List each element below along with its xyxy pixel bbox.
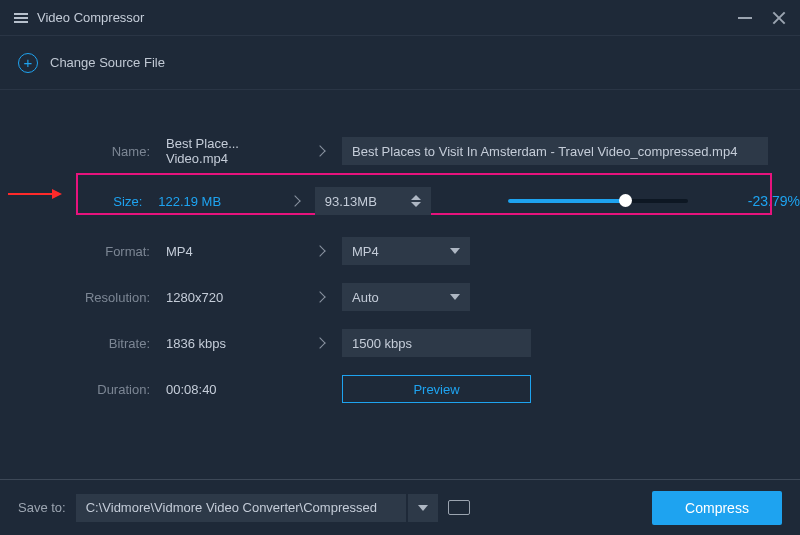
save-path-field[interactable]: C:\Vidmore\Vidmore Video Converter\Compr… xyxy=(76,494,406,522)
chevron-down-icon xyxy=(411,202,421,207)
preview-button[interactable]: Preview xyxy=(342,375,531,403)
output-bitrate-text: 1500 kbps xyxy=(352,336,412,351)
size-percent: -23.79% xyxy=(748,193,800,209)
settings-panel: Name: Best Place... Video.mp4 Best Place… xyxy=(0,90,800,422)
label-resolution: Resolution: xyxy=(80,290,150,305)
value-size: 122.19 MB xyxy=(142,194,275,209)
chevron-right-icon xyxy=(290,195,301,206)
output-name-text: Best Places to Visit In Amsterdam - Trav… xyxy=(352,144,737,159)
value-duration: 00:08:40 xyxy=(150,382,298,397)
value-resolution: 1280x720 xyxy=(150,290,298,305)
window-close-button[interactable] xyxy=(772,11,786,25)
label-format: Format: xyxy=(80,244,150,259)
caret-down-icon xyxy=(450,248,460,254)
window-minimize-button[interactable] xyxy=(738,17,752,19)
row-resolution: Resolution: 1280x720 Auto xyxy=(0,274,800,320)
output-bitrate-field[interactable]: 1500 kbps xyxy=(342,329,531,357)
value-format: MP4 xyxy=(150,244,298,259)
compress-button[interactable]: Compress xyxy=(652,491,782,525)
compress-button-label: Compress xyxy=(685,500,749,516)
chevron-right-icon xyxy=(314,337,325,348)
open-folder-button[interactable] xyxy=(448,500,470,515)
chevron-right-icon xyxy=(314,245,325,256)
slider-fill xyxy=(508,199,625,203)
row-size-wrapper: Size: 122.19 MB 93.13MB -23.79% xyxy=(0,178,800,224)
output-size-text: 93.13MB xyxy=(325,194,377,209)
output-size-spinner[interactable]: 93.13MB xyxy=(315,187,431,215)
row-name: Name: Best Place... Video.mp4 Best Place… xyxy=(0,128,800,174)
output-format-select[interactable]: MP4 xyxy=(342,237,470,265)
plus-circle-icon: + xyxy=(18,53,38,73)
save-to-label: Save to: xyxy=(18,500,66,515)
titlebar: Video Compressor xyxy=(0,0,800,36)
label-size: Size: xyxy=(80,194,142,209)
save-path-dropdown[interactable] xyxy=(408,494,438,522)
app-logo-icon xyxy=(14,11,28,25)
save-path-text: C:\Vidmore\Vidmore Video Converter\Compr… xyxy=(86,500,377,515)
row-format: Format: MP4 MP4 xyxy=(0,228,800,274)
row-size: Size: 122.19 MB 93.13MB -23.79% xyxy=(0,178,800,224)
chevron-right-icon xyxy=(314,291,325,302)
change-source-button[interactable]: + Change Source File xyxy=(18,53,165,73)
preview-button-label: Preview xyxy=(413,382,459,397)
size-slider[interactable] xyxy=(508,199,688,203)
chevron-right-icon xyxy=(314,145,325,156)
value-bitrate: 1836 kbps xyxy=(150,336,298,351)
output-name-field[interactable]: Best Places to Visit In Amsterdam - Trav… xyxy=(342,137,768,165)
footer: Save to: C:\Vidmore\Vidmore Video Conver… xyxy=(0,479,800,535)
chevron-up-icon xyxy=(411,195,421,200)
caret-down-icon xyxy=(450,294,460,300)
annotation-arrow xyxy=(8,189,62,199)
row-bitrate: Bitrate: 1836 kbps 1500 kbps xyxy=(0,320,800,366)
label-name: Name: xyxy=(80,144,150,159)
output-resolution-select[interactable]: Auto xyxy=(342,283,470,311)
row-duration: Duration: 00:08:40 Preview xyxy=(0,366,800,412)
label-duration: Duration: xyxy=(80,382,150,397)
caret-down-icon xyxy=(418,505,428,511)
value-name: Best Place... Video.mp4 xyxy=(150,136,298,166)
change-source-label: Change Source File xyxy=(50,55,165,70)
output-resolution-text: Auto xyxy=(352,290,379,305)
app-title: Video Compressor xyxy=(37,10,144,25)
slider-thumb[interactable] xyxy=(619,194,632,207)
label-bitrate: Bitrate: xyxy=(80,336,150,351)
output-format-text: MP4 xyxy=(352,244,379,259)
spinner-buttons[interactable] xyxy=(411,195,421,207)
toolbar: + Change Source File xyxy=(0,36,800,90)
